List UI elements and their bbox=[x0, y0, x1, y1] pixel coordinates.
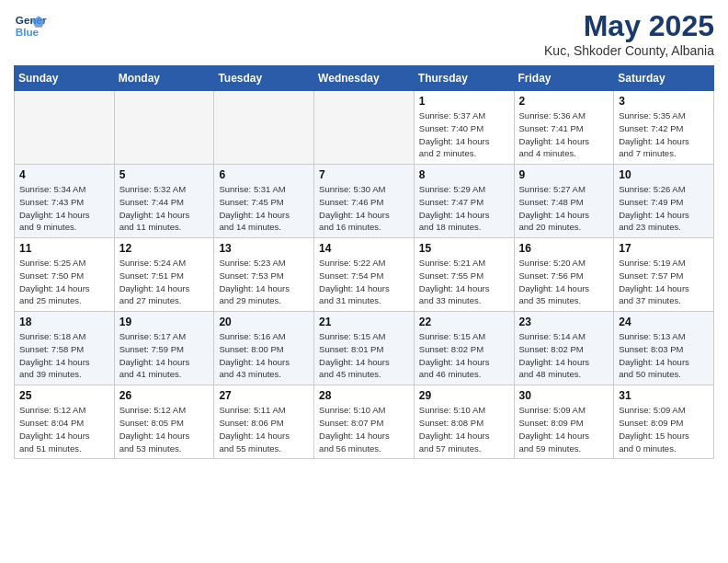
day-number: 18 bbox=[19, 316, 109, 328]
day-number: 12 bbox=[119, 242, 210, 255]
calendar-cell: 18Sunrise: 5:18 AM Sunset: 7:58 PM Dayli… bbox=[15, 312, 115, 385]
day-info: Sunrise: 5:14 AM Sunset: 8:02 PM Dayligh… bbox=[519, 330, 609, 381]
calendar-cell: 5Sunrise: 5:32 AM Sunset: 7:44 PM Daylig… bbox=[114, 165, 214, 238]
day-info: Sunrise: 5:31 AM Sunset: 7:45 PM Dayligh… bbox=[219, 183, 309, 234]
day-number: 19 bbox=[119, 316, 210, 328]
day-number: 15 bbox=[419, 242, 509, 255]
calendar-cell: 30Sunrise: 5:09 AM Sunset: 8:09 PM Dayli… bbox=[514, 385, 614, 459]
calendar-cell: 31Sunrise: 5:09 AM Sunset: 8:09 PM Dayli… bbox=[614, 385, 714, 459]
day-info: Sunrise: 5:23 AM Sunset: 7:53 PM Dayligh… bbox=[219, 257, 309, 307]
day-number: 16 bbox=[519, 242, 609, 255]
day-number: 6 bbox=[219, 168, 309, 181]
day-number: 22 bbox=[419, 316, 509, 328]
calendar-cell: 17Sunrise: 5:19 AM Sunset: 7:57 PM Dayli… bbox=[614, 238, 714, 312]
day-info: Sunrise: 5:25 AM Sunset: 7:50 PM Dayligh… bbox=[19, 257, 109, 307]
week-row-4: 18Sunrise: 5:18 AM Sunset: 7:58 PM Dayli… bbox=[15, 312, 714, 385]
day-info: Sunrise: 5:20 AM Sunset: 7:56 PM Dayligh… bbox=[519, 257, 609, 307]
day-number: 8 bbox=[419, 168, 509, 181]
day-info: Sunrise: 5:21 AM Sunset: 7:55 PM Dayligh… bbox=[419, 257, 509, 307]
day-number: 3 bbox=[619, 95, 709, 108]
page-header: General Blue May 2025 Kuc, Shkoder Count… bbox=[14, 9, 714, 58]
day-info: Sunrise: 5:17 AM Sunset: 7:59 PM Dayligh… bbox=[119, 330, 210, 381]
day-info: Sunrise: 5:36 AM Sunset: 7:41 PM Dayligh… bbox=[519, 109, 609, 160]
calendar-cell: 24Sunrise: 5:13 AM Sunset: 8:03 PM Dayli… bbox=[614, 312, 714, 385]
day-number: 25 bbox=[19, 389, 109, 402]
day-info: Sunrise: 5:19 AM Sunset: 7:57 PM Dayligh… bbox=[619, 257, 709, 307]
day-info: Sunrise: 5:27 AM Sunset: 7:48 PM Dayligh… bbox=[519, 183, 609, 234]
calendar-cell: 16Sunrise: 5:20 AM Sunset: 7:56 PM Dayli… bbox=[514, 238, 614, 312]
calendar-cell bbox=[114, 91, 214, 165]
calendar-cell: 28Sunrise: 5:10 AM Sunset: 8:07 PM Dayli… bbox=[314, 385, 415, 459]
day-info: Sunrise: 5:12 AM Sunset: 8:04 PM Dayligh… bbox=[19, 404, 109, 454]
day-info: Sunrise: 5:10 AM Sunset: 8:08 PM Dayligh… bbox=[419, 404, 509, 454]
calendar-cell: 27Sunrise: 5:11 AM Sunset: 8:06 PM Dayli… bbox=[214, 385, 314, 459]
day-info: Sunrise: 5:15 AM Sunset: 8:02 PM Dayligh… bbox=[419, 330, 509, 381]
day-info: Sunrise: 5:12 AM Sunset: 8:05 PM Dayligh… bbox=[119, 404, 210, 454]
weekday-header-monday: Monday bbox=[114, 66, 214, 91]
calendar-cell: 6Sunrise: 5:31 AM Sunset: 7:45 PM Daylig… bbox=[214, 165, 314, 238]
calendar-cell: 26Sunrise: 5:12 AM Sunset: 8:05 PM Dayli… bbox=[114, 385, 214, 459]
day-info: Sunrise: 5:18 AM Sunset: 7:58 PM Dayligh… bbox=[19, 330, 109, 381]
calendar-cell: 3Sunrise: 5:35 AM Sunset: 7:42 PM Daylig… bbox=[614, 91, 714, 165]
calendar-cell: 2Sunrise: 5:36 AM Sunset: 7:41 PM Daylig… bbox=[514, 91, 614, 165]
weekday-header-sunday: Sunday bbox=[15, 66, 115, 91]
month-title: May 2025 bbox=[544, 9, 714, 43]
calendar-table: SundayMondayTuesdayWednesdayThursdayFrid… bbox=[14, 65, 714, 459]
weekday-header-friday: Friday bbox=[514, 66, 614, 91]
calendar-cell: 13Sunrise: 5:23 AM Sunset: 7:53 PM Dayli… bbox=[214, 238, 314, 312]
day-number: 2 bbox=[519, 95, 609, 108]
calendar-cell: 25Sunrise: 5:12 AM Sunset: 8:04 PM Dayli… bbox=[15, 385, 115, 459]
day-info: Sunrise: 5:32 AM Sunset: 7:44 PM Dayligh… bbox=[119, 183, 210, 234]
day-number: 4 bbox=[19, 168, 109, 181]
calendar-cell: 9Sunrise: 5:27 AM Sunset: 7:48 PM Daylig… bbox=[514, 165, 614, 238]
weekday-header-saturday: Saturday bbox=[614, 66, 714, 91]
weekday-header-thursday: Thursday bbox=[414, 66, 514, 91]
day-info: Sunrise: 5:35 AM Sunset: 7:42 PM Dayligh… bbox=[619, 109, 709, 160]
calendar-cell: 20Sunrise: 5:16 AM Sunset: 8:00 PM Dayli… bbox=[214, 312, 314, 385]
day-number: 21 bbox=[319, 316, 409, 328]
day-number: 17 bbox=[619, 242, 709, 255]
day-info: Sunrise: 5:22 AM Sunset: 7:54 PM Dayligh… bbox=[319, 257, 409, 307]
day-number: 14 bbox=[319, 242, 409, 255]
day-info: Sunrise: 5:09 AM Sunset: 8:09 PM Dayligh… bbox=[519, 404, 609, 454]
day-info: Sunrise: 5:16 AM Sunset: 8:00 PM Dayligh… bbox=[219, 330, 309, 381]
calendar-cell: 7Sunrise: 5:30 AM Sunset: 7:46 PM Daylig… bbox=[314, 165, 415, 238]
calendar-cell: 4Sunrise: 5:34 AM Sunset: 7:43 PM Daylig… bbox=[15, 165, 115, 238]
weekday-header-wednesday: Wednesday bbox=[314, 66, 415, 91]
calendar-cell: 23Sunrise: 5:14 AM Sunset: 8:02 PM Dayli… bbox=[514, 312, 614, 385]
calendar-cell: 21Sunrise: 5:15 AM Sunset: 8:01 PM Dayli… bbox=[314, 312, 415, 385]
week-row-3: 11Sunrise: 5:25 AM Sunset: 7:50 PM Dayli… bbox=[15, 238, 714, 312]
day-number: 27 bbox=[219, 389, 309, 402]
day-number: 24 bbox=[619, 316, 709, 328]
calendar-cell: 22Sunrise: 5:15 AM Sunset: 8:02 PM Dayli… bbox=[414, 312, 514, 385]
day-info: Sunrise: 5:30 AM Sunset: 7:46 PM Dayligh… bbox=[319, 183, 409, 234]
day-info: Sunrise: 5:26 AM Sunset: 7:49 PM Dayligh… bbox=[619, 183, 709, 234]
day-number: 31 bbox=[619, 389, 709, 402]
day-number: 30 bbox=[519, 389, 609, 402]
day-number: 13 bbox=[219, 242, 309, 255]
day-info: Sunrise: 5:10 AM Sunset: 8:07 PM Dayligh… bbox=[319, 404, 409, 454]
day-number: 1 bbox=[419, 95, 509, 108]
day-number: 26 bbox=[119, 389, 210, 402]
location-title: Kuc, Shkoder County, Albania bbox=[544, 43, 714, 58]
calendar-cell: 10Sunrise: 5:26 AM Sunset: 7:49 PM Dayli… bbox=[614, 165, 714, 238]
day-number: 11 bbox=[19, 242, 109, 255]
day-number: 9 bbox=[519, 168, 609, 181]
day-info: Sunrise: 5:13 AM Sunset: 8:03 PM Dayligh… bbox=[619, 330, 709, 381]
logo: General Blue bbox=[14, 9, 47, 42]
calendar-cell: 15Sunrise: 5:21 AM Sunset: 7:55 PM Dayli… bbox=[414, 238, 514, 312]
title-block: May 2025 Kuc, Shkoder County, Albania bbox=[544, 9, 714, 58]
day-info: Sunrise: 5:09 AM Sunset: 8:09 PM Dayligh… bbox=[619, 404, 709, 454]
calendar-cell bbox=[214, 91, 314, 165]
day-info: Sunrise: 5:24 AM Sunset: 7:51 PM Dayligh… bbox=[119, 257, 210, 307]
calendar-cell: 11Sunrise: 5:25 AM Sunset: 7:50 PM Dayli… bbox=[15, 238, 115, 312]
day-info: Sunrise: 5:34 AM Sunset: 7:43 PM Dayligh… bbox=[19, 183, 109, 234]
day-number: 5 bbox=[119, 168, 210, 181]
calendar-cell: 12Sunrise: 5:24 AM Sunset: 7:51 PM Dayli… bbox=[114, 238, 214, 312]
day-number: 7 bbox=[319, 168, 409, 181]
week-row-1: 1Sunrise: 5:37 AM Sunset: 7:40 PM Daylig… bbox=[15, 91, 714, 165]
day-info: Sunrise: 5:15 AM Sunset: 8:01 PM Dayligh… bbox=[319, 330, 409, 381]
calendar-cell bbox=[15, 91, 115, 165]
calendar-cell: 29Sunrise: 5:10 AM Sunset: 8:08 PM Dayli… bbox=[414, 385, 514, 459]
calendar-cell bbox=[314, 91, 415, 165]
